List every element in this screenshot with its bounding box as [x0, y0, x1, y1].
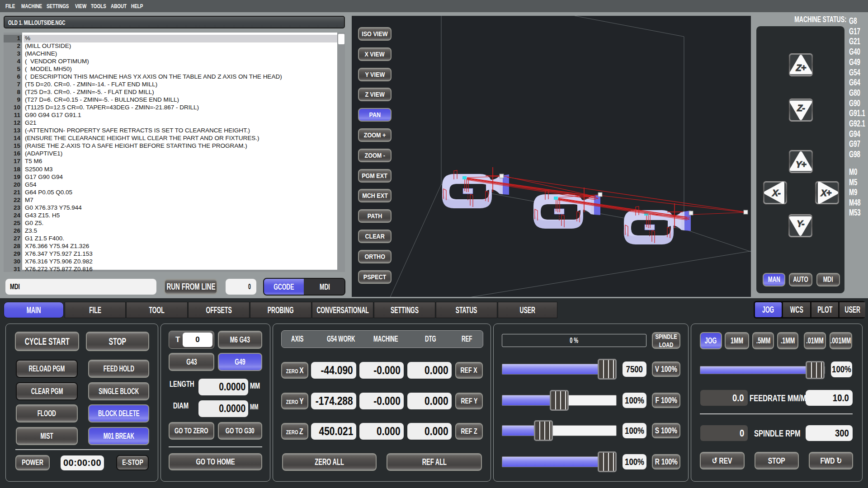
svg-text:Y+: Y+ — [796, 160, 807, 169]
svg-text:X+: X+ — [820, 188, 831, 198]
svg-text:Z-: Z- — [797, 103, 805, 113]
svg-text:Y-: Y- — [797, 219, 805, 229]
svg-text:Z+: Z+ — [796, 63, 807, 73]
svg-text:X-: X- — [772, 188, 781, 198]
